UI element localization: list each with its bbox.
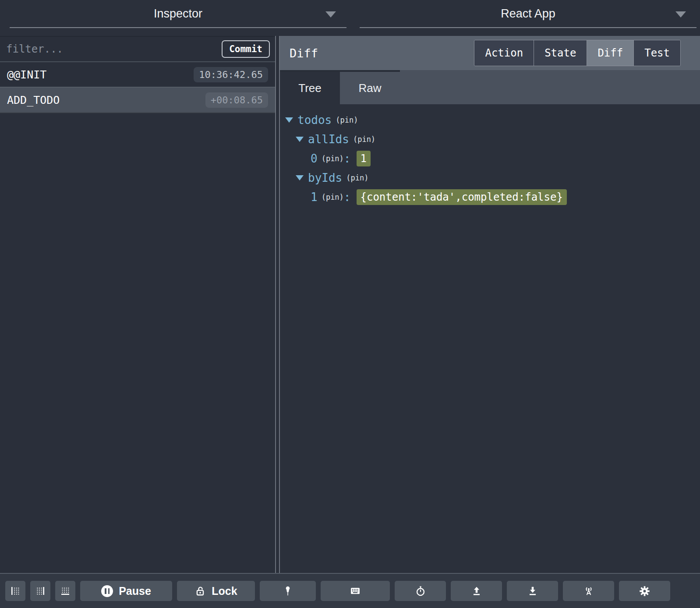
chevron-down-icon <box>325 11 336 18</box>
tree-node-allids: allIds (pin) <box>280 130 700 149</box>
diff-panel-header: Diff Action State Diff Test <box>280 36 700 70</box>
tree-colon: : <box>344 191 351 204</box>
main-split: Commit @@INIT 10:36:42.65 ADD_TODO +00:0… <box>0 36 700 573</box>
tree-key: 0 <box>311 152 318 165</box>
tree-node-byids: byIds (pin) <box>280 168 700 187</box>
monitor-select-label: Inspector <box>154 7 202 21</box>
slider-button[interactable] <box>395 581 446 601</box>
tab-state[interactable]: State <box>534 40 587 66</box>
action-name: @@INIT <box>7 68 46 81</box>
settings-button[interactable] <box>619 581 670 601</box>
expand-arrow-icon[interactable] <box>285 117 293 123</box>
expand-arrow-icon[interactable] <box>296 175 304 180</box>
filter-row: Commit <box>0 36 275 62</box>
bottom-toolbar: Pause Lock <box>0 573 700 608</box>
lock-icon <box>194 585 206 597</box>
export-button[interactable] <box>507 581 558 601</box>
dock-bottom-button[interactable] <box>55 581 75 601</box>
action-time-badge: +00:08.65 <box>205 92 268 108</box>
diff-tree: todos (pin) allIds (pin) 0 (pin) : 1 byI… <box>280 104 700 573</box>
settings-icon <box>639 585 651 597</box>
dock-left-icon <box>10 586 21 596</box>
expand-arrow-icon[interactable] <box>296 137 304 142</box>
commit-button[interactable]: Commit <box>222 40 270 58</box>
action-row-init[interactable]: @@INIT 10:36:42.65 <box>0 62 275 88</box>
tree-leaf-1: 1 (pin) : {content:'tada',completed:fals… <box>280 187 700 207</box>
lock-label: Lock <box>212 585 237 597</box>
action-row-add-todo[interactable]: ADD_TODO +00:08.65 <box>0 88 275 113</box>
view-tabs: Tree Raw <box>280 70 700 104</box>
pause-icon <box>101 585 113 597</box>
diff-value-badge: {content:'tada',completed:false} <box>357 189 567 205</box>
tab-action[interactable]: Action <box>474 40 534 66</box>
filter-input[interactable] <box>5 42 216 56</box>
tree-colon: : <box>344 152 351 165</box>
pin-icon <box>282 585 293 597</box>
remote-button[interactable] <box>563 581 614 601</box>
action-name: ADD_TODO <box>7 94 60 106</box>
dock-right-icon <box>35 586 46 596</box>
dock-right-button[interactable] <box>30 581 50 601</box>
download-icon <box>527 585 538 597</box>
panel-title: Diff <box>290 46 318 60</box>
pause-label: Pause <box>119 585 151 597</box>
stopwatch-icon <box>415 585 426 597</box>
pause-button[interactable]: Pause <box>80 581 172 601</box>
tree-key: 1 <box>311 191 318 204</box>
upload-icon <box>471 585 482 597</box>
diff-panel: Diff Action State Diff Test Tree Raw tod… <box>280 36 700 573</box>
chevron-down-icon <box>675 11 686 18</box>
broadcast-icon <box>583 585 594 597</box>
tab-test[interactable]: Test <box>634 40 680 66</box>
monitor-header: Inspector React App <box>0 0 700 36</box>
dock-bottom-icon <box>60 586 71 596</box>
import-button[interactable] <box>451 581 502 601</box>
dispatcher-button[interactable] <box>321 581 390 601</box>
monitor-tabs: Action State Diff Test <box>474 40 681 66</box>
panel-resizer[interactable] <box>275 36 280 573</box>
action-list-panel: Commit @@INIT 10:36:42.65 ADD_TODO +00:0… <box>0 36 275 573</box>
pin-link[interactable]: (pin) <box>353 135 375 144</box>
tree-node-todos: todos (pin) <box>280 110 700 130</box>
action-time-badge: 10:36:42.65 <box>194 67 268 82</box>
tree-key[interactable]: byIds <box>308 171 342 184</box>
instance-select-label: React App <box>501 7 555 21</box>
pin-link[interactable]: (pin) <box>336 116 358 124</box>
tree-key[interactable]: allIds <box>308 133 349 146</box>
pin-link[interactable]: (pin) <box>322 154 344 163</box>
tab-raw[interactable]: Raw <box>340 70 400 104</box>
persist-button[interactable] <box>260 581 316 601</box>
dock-left-button[interactable] <box>5 581 25 601</box>
pin-link[interactable]: (pin) <box>322 193 344 201</box>
tree-key[interactable]: todos <box>297 113 332 127</box>
pin-link[interactable]: (pin) <box>346 173 368 182</box>
instance-select[interactable]: React App <box>360 0 696 28</box>
tab-diff[interactable]: Diff <box>587 40 634 66</box>
keyboard-icon <box>349 585 361 597</box>
tree-leaf-0: 0 (pin) : 1 <box>280 149 700 168</box>
tab-tree[interactable]: Tree <box>280 70 340 104</box>
redux-devtools-window: Inspector React App Commit @@INIT 10:36:… <box>0 0 700 608</box>
lock-button[interactable]: Lock <box>177 581 255 601</box>
diff-value-badge: 1 <box>357 151 371 166</box>
monitor-select[interactable]: Inspector <box>10 0 346 28</box>
